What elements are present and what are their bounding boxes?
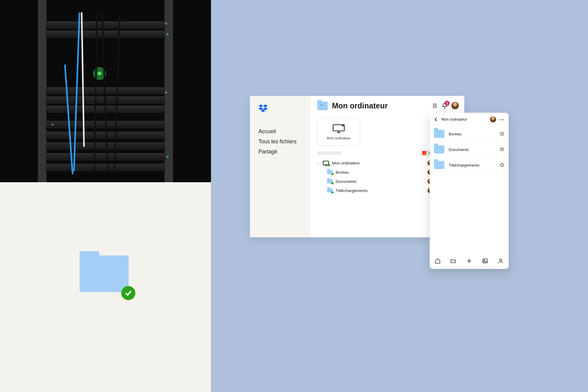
mobile-item-label: Téléchargements [449,163,495,168]
notification-badge: 3 [445,101,450,106]
folder-icon [327,170,333,174]
file-row-name: Téléchargements [336,188,368,193]
folder-icon [434,130,444,138]
star-icon[interactable] [499,163,504,168]
mobile-title: Mon ordinateur [441,117,487,122]
svg-point-15 [500,259,502,261]
mobile-folder-item[interactable]: Bureau [430,126,509,142]
file-row-name: Mon ordinateur [332,161,360,165]
sync-dot-icon [331,182,334,184]
tab-photos[interactable] [482,258,488,264]
mobile-folder-item[interactable]: Documents [430,142,509,157]
mobile-item-label: Bureau [449,132,495,136]
folder-icon [327,179,333,183]
mobile-tabbar [430,253,509,269]
create-icon [422,151,427,155]
star-icon[interactable] [499,131,504,136]
tab-account[interactable] [498,258,504,264]
dropbox-logo-icon[interactable] [258,104,311,112]
mobile-item-label: Documents [449,147,495,152]
avatar[interactable] [451,102,459,109]
folder-icon [327,188,333,193]
tab-add[interactable] [466,258,472,264]
star-icon[interactable] [499,147,504,152]
folder-icon [434,161,444,169]
tab-home[interactable] [435,258,441,264]
device-card-label: Mon ordinateur [327,136,350,140]
sidebar-item-shared[interactable]: Partagé [250,147,311,157]
notifications-button[interactable]: 3 [442,103,448,109]
sync-check-icon [121,286,135,300]
mobile-folder-item[interactable]: Téléchargements [430,157,509,173]
menu-icon[interactable] [432,103,438,109]
more-icon[interactable]: ⋯ [499,117,504,123]
sidebar-item-home[interactable]: Accueil [250,126,311,137]
server-rack-photo [0,0,211,182]
sync-dot-icon [331,191,334,194]
sync-dot-icon [328,164,330,166]
avatar[interactable] [490,116,496,123]
file-row-name: Bureau [336,170,349,175]
placeholder [317,151,341,155]
sidebar: Accueil Tous les fichiers Partagé [250,96,311,237]
sidebar-item-all-files[interactable]: Tous les fichiers [250,137,311,147]
folder-icon [434,145,444,153]
file-row-name: Documents [336,179,356,184]
expand-caret-icon[interactable]: ▸ [317,161,320,165]
folder-icon [317,102,328,110]
tab-files[interactable] [450,258,456,264]
svg-rect-13 [483,259,487,263]
svg-marker-1 [263,104,268,107]
synced-folder-illustration [80,251,129,292]
svg-point-14 [484,260,484,261]
device-card[interactable]: Mon ordinateur [317,118,360,146]
back-button[interactable] [434,117,438,122]
dropbox-mobile-panel: Mon ordinateur ⋯ Bureau Documents Téléch… [430,113,509,269]
sync-dot-icon [331,173,334,175]
svg-marker-0 [258,104,263,107]
